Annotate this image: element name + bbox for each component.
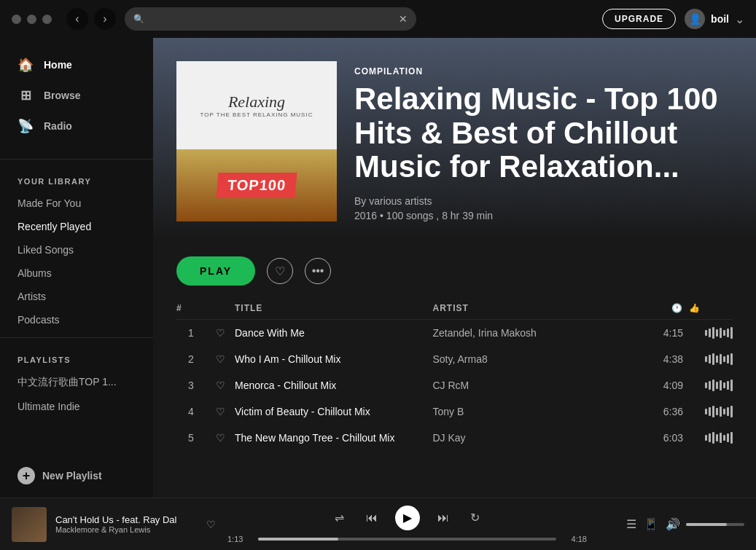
window-dot-close[interactable] (12, 15, 21, 24)
radio-icon: 📡 (17, 118, 34, 134)
track-row[interactable]: 3 ♡ Menorca - Chillout Mix CJ RcM 4:09 (176, 372, 733, 398)
track-num: 1 (176, 327, 206, 339)
sidebar-item-home[interactable]: 🏠 Home (0, 50, 153, 80)
devices-button[interactable]: 📱 (644, 517, 658, 531)
play-pause-button[interactable]: ▶ (395, 506, 420, 530)
more-options-button[interactable]: ••• (305, 258, 331, 284)
total-time-label: 4:18 (564, 535, 587, 543)
track-artist: Zetandel, Irina Makosh (433, 327, 631, 339)
waveform-bar (705, 330, 707, 336)
album-art-subtitle: TOP THE BEST RELAXING MUSIC (200, 111, 313, 118)
sidebar-item-browse-label: Browse (44, 90, 81, 101)
waveform-bar (723, 382, 725, 388)
sidebar-item-browse[interactable]: ⊞ Browse (0, 80, 153, 111)
volume-bar[interactable] (686, 523, 744, 526)
back-button[interactable]: ‹ (66, 8, 88, 30)
upgrade-button[interactable]: UPGRADE (602, 9, 676, 29)
now-playing-like-button[interactable]: ♡ (206, 519, 216, 530)
sidebar-item-radio[interactable]: 📡 Radio (0, 111, 153, 141)
track-like-button[interactable]: ♡ (206, 327, 235, 339)
track-num: 2 (176, 353, 206, 365)
waveform-bar (716, 329, 718, 337)
sidebar-item-recently-played[interactable]: Recently Played (0, 215, 153, 238)
sidebar-item-playlist-2[interactable]: Ultimate Indie (0, 395, 153, 418)
track-row[interactable]: 4 ♡ Victim of Beauty - Chillout Mix Tony… (176, 398, 733, 425)
progress-bar[interactable] (258, 538, 556, 541)
track-duration: 4:38 (631, 353, 689, 365)
track-waveform (689, 380, 733, 391)
repeat-button[interactable]: ↻ (467, 509, 484, 527)
track-row[interactable]: 2 ♡ Who I Am - Chillout Mix Soty, Arma8 … (176, 346, 733, 372)
album-art-text-block: Relaxing TOP THE BEST RELAXING MUSIC (200, 93, 313, 118)
album-songs-count: 100 songs (386, 210, 434, 221)
player-buttons: ⇌ ⏮ ▶ ⏭ ↻ (331, 506, 484, 530)
sidebar-item-artists[interactable]: Artists (0, 285, 153, 308)
forward-button[interactable]: › (94, 8, 116, 30)
prev-button[interactable]: ⏮ (363, 509, 381, 527)
waveform-bar (709, 407, 711, 416)
waveform-bar (716, 408, 718, 415)
album-art-bottom: TOP100 (176, 149, 337, 221)
new-playlist-button[interactable]: + New Playlist (0, 460, 153, 492)
volume-button[interactable]: 🔊 (666, 517, 680, 531)
nav-arrows: ‹ › (66, 8, 116, 30)
waveform-bar (720, 328, 722, 338)
track-duration: 4:15 (631, 327, 689, 339)
waveform-bar (730, 406, 733, 417)
tracks-container: 1 ♡ Dance With Me Zetandel, Irina Makosh… (176, 320, 733, 451)
waveform-bar (716, 382, 718, 389)
window-dot-minimize[interactable] (27, 15, 36, 24)
track-row[interactable]: 5 ♡ The New Mango Tree - Chillout Mix DJ… (176, 425, 733, 451)
user-area[interactable]: 👤 boil ⌄ (685, 9, 744, 29)
sidebar-item-albums[interactable]: Albums (0, 262, 153, 285)
album-art-bg: Relaxing TOP THE BEST RELAXING MUSIC TOP… (176, 61, 337, 221)
top100-badge: TOP100 (216, 173, 297, 198)
plus-icon: + (17, 467, 35, 484)
sidebar-item-made-for-you[interactable]: Made For You (0, 192, 153, 215)
sidebar-item-podcasts[interactable]: Podcasts (0, 308, 153, 331)
track-like-button[interactable]: ♡ (206, 406, 235, 417)
waveform-bar (705, 382, 707, 388)
track-num: 4 (176, 406, 206, 417)
now-playing-title: Can't Hold Us - feat. Ray Dal (55, 514, 198, 525)
col-title-header: TITLE (235, 303, 433, 313)
track-title: Victim of Beauty - Chillout Mix (235, 406, 433, 417)
url-close-icon[interactable]: ✕ (399, 13, 408, 25)
player-right-controls: ☰ 📱 🔊 (599, 517, 744, 531)
album-header: Relaxing TOP THE BEST RELAXING MUSIC TOP… (153, 38, 756, 239)
album-title: Relaxing Music - Top 100 Hits & Best of … (354, 82, 733, 184)
next-button[interactable]: ⏭ (434, 509, 452, 527)
album-year: 2016 (354, 210, 377, 221)
track-waveform (689, 327, 733, 339)
waveform-bar (730, 353, 733, 365)
col-thumbsup-header: 👍 (689, 303, 733, 313)
waveform-bar (720, 406, 722, 417)
col-artist-header: ARTIST (433, 303, 631, 313)
sidebar-divider-2 (0, 337, 153, 338)
waveform-bar (709, 433, 711, 442)
waveform-bar (712, 406, 714, 417)
track-duration: 4:09 (631, 380, 689, 391)
play-button[interactable]: PLAY (176, 256, 255, 286)
sidebar-item-playlist-1[interactable]: 中文流行歌曲TOP 1... (0, 370, 153, 395)
url-input[interactable]: https://open.spotify. (150, 14, 393, 25)
sidebar-item-liked-songs[interactable]: Liked Songs (0, 238, 153, 262)
track-like-button[interactable]: ♡ (206, 432, 235, 444)
album-type-label: COMPILATION (354, 66, 733, 76)
album-art: Relaxing TOP THE BEST RELAXING MUSIC TOP… (176, 61, 337, 221)
track-title: The New Mango Tree - Chillout Mix (235, 432, 433, 444)
album-stats: 2016 • 100 songs , 8 hr 39 min (354, 210, 733, 221)
volume-area: 🔊 (666, 517, 744, 531)
shuffle-button[interactable]: ⇌ (331, 509, 348, 527)
like-button[interactable]: ♡ (267, 258, 293, 284)
waveform-bar (727, 329, 729, 337)
sidebar: 🏠 Home ⊞ Browse 📡 Radio YOUR LIBRARY Mad… (0, 38, 153, 498)
search-icon: 🔍 (133, 14, 144, 24)
track-like-button[interactable]: ♡ (206, 353, 235, 365)
track-like-button[interactable]: ♡ (206, 380, 235, 391)
album-by-label: By various artists (354, 195, 733, 207)
waveform-bar (712, 327, 714, 339)
queue-button[interactable]: ☰ (626, 517, 636, 531)
track-row[interactable]: 1 ♡ Dance With Me Zetandel, Irina Makosh… (176, 320, 733, 346)
window-dot-maximize[interactable] (42, 15, 52, 24)
